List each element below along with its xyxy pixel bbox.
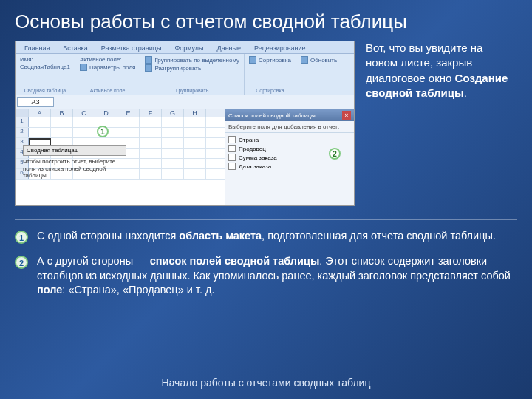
pivot-name-box: Сводная таблица1 — [23, 145, 126, 156]
slide-title: Основы работы с отчетом сводной таблицы — [0, 0, 532, 41]
tab-formulas[interactable]: Формулы — [168, 43, 209, 53]
col-a[interactable]: A — [29, 109, 51, 117]
tab-layout[interactable]: Разметка страницы — [95, 43, 168, 53]
ungroup-icon — [145, 64, 152, 72]
bullet-number-2: 2 — [15, 256, 28, 269]
divider — [15, 219, 517, 220]
bullet-text-2: А с другой стороны — список полей сводно… — [37, 254, 517, 298]
worksheet[interactable]: A B C D E F G H 1 2 3 4 5 6 1 — [16, 109, 225, 205]
bullet-1: 1 С одной стороны находится область маке… — [15, 229, 517, 244]
group-selection[interactable]: Группировать по выделенному — [145, 56, 239, 64]
tab-home[interactable]: Главная — [18, 43, 55, 53]
col-g[interactable]: G — [162, 109, 184, 117]
bullet-text-1: С одной стороны находится область макета… — [37, 229, 496, 244]
gear-icon — [80, 64, 87, 71]
ribbon-group-refresh: Обновить — [296, 54, 341, 95]
field-list-hint: Выберите поля для добавления в отчет: — [225, 121, 354, 133]
pivot-name-value[interactable]: СводнаяТаблица1 — [20, 64, 70, 70]
col-h[interactable]: H — [184, 109, 206, 117]
field-country[interactable]: Страна — [228, 135, 351, 144]
col-c[interactable]: C — [73, 109, 95, 117]
group-label: Сортировка — [249, 88, 291, 93]
close-icon[interactable]: × — [342, 111, 351, 120]
ribbon-group-pivot: Имя: СводнаяТаблица1 Сводная таблица — [16, 54, 75, 95]
formula-bar: A3 — [16, 95, 354, 109]
col-e[interactable]: E — [117, 109, 140, 117]
tab-review[interactable]: Рецензирование — [248, 43, 312, 53]
field-date[interactable]: Дата заказа — [228, 162, 351, 171]
group-icon — [145, 56, 152, 64]
pivot-placeholder: Сводная таблица1 Чтобы построить отчет, … — [23, 145, 126, 180]
table-row[interactable]: 1 — [16, 117, 225, 128]
ribbon-tabs: Главная Вставка Разметка страницы Формул… — [16, 41, 354, 54]
callout-marker-1: 1 — [97, 126, 109, 137]
col-b[interactable]: B — [51, 109, 73, 117]
ribbon-group-sort: Сортировка Сортировка — [245, 54, 296, 95]
content-row: Главная Вставка Разметка страницы Формул… — [0, 41, 532, 206]
checkbox[interactable] — [228, 163, 236, 170]
sheet-area: A B C D E F G H 1 2 3 4 5 6 1 — [16, 109, 354, 205]
tab-insert[interactable]: Вставка — [57, 43, 93, 53]
active-field-label: Активное поле: — [80, 56, 135, 63]
ribbon-body: Имя: СводнаяТаблица1 Сводная таблица Акт… — [16, 54, 354, 95]
field-list-title: Список полей сводной таблицы — [228, 112, 316, 119]
name-box[interactable]: A3 — [17, 97, 54, 107]
group-label: Группировать — [145, 88, 239, 93]
bullet-2: 2 А с другой стороны — список полей свод… — [15, 254, 517, 298]
excel-screenshot: Главная Вставка Разметка страницы Формул… — [15, 41, 355, 206]
ribbon-group-group: Группировать по выделенному Разгруппиров… — [140, 54, 245, 95]
field-list-body: Страна Продавец Сумма заказа Дата заказа… — [225, 133, 354, 173]
bullet-list: 1 С одной стороны находится область маке… — [0, 229, 532, 298]
col-d[interactable]: D — [95, 109, 117, 117]
sort-button[interactable]: Сортировка — [249, 56, 291, 64]
group-label: Активное поле — [80, 88, 135, 93]
checkbox[interactable] — [228, 154, 236, 161]
refresh-button[interactable]: Обновить — [301, 56, 337, 64]
tab-data[interactable]: Данные — [211, 43, 248, 53]
group-label: Сводная таблица — [20, 88, 70, 93]
ribbon-group-active: Активное поле: Параметры поля Активное п… — [75, 54, 140, 95]
bullet-number-1: 1 — [15, 231, 28, 244]
field-params[interactable]: Параметры поля — [80, 64, 135, 71]
pivot-field-list: Список полей сводной таблицы × Выберите … — [225, 109, 354, 205]
side-description: Вот, что вы увидите на новом листе, закр… — [366, 41, 517, 100]
field-list-header: Список полей сводной таблицы × — [225, 109, 354, 121]
checkbox[interactable] — [228, 136, 236, 143]
refresh-icon — [301, 56, 308, 64]
table-row[interactable]: 2 — [16, 128, 225, 138]
col-f[interactable]: F — [140, 109, 162, 117]
side-text-3: . — [464, 86, 467, 99]
checkbox[interactable] — [228, 145, 236, 152]
column-headers: A B C D E F G H — [16, 109, 225, 117]
pivot-hint-text: Чтобы построить отчет, выберите поля из … — [23, 158, 126, 180]
footer-text: Начало работы с отчетами сводных таблиц — [0, 377, 532, 389]
callout-marker-2: 2 — [329, 148, 341, 160]
select-all[interactable] — [16, 109, 29, 117]
sort-icon — [249, 56, 256, 64]
pivot-name-label: Имя: — [20, 56, 70, 63]
ungroup[interactable]: Разгруппировать — [145, 64, 239, 72]
